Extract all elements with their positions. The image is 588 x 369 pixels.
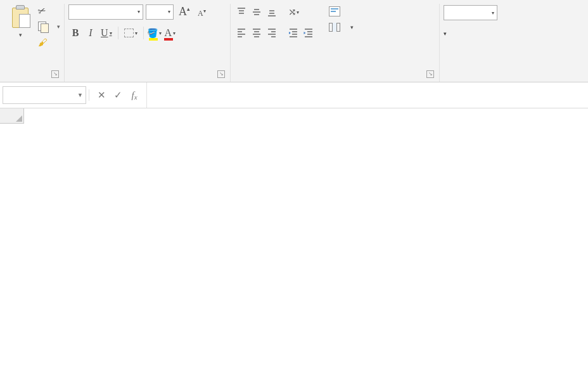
align-middle-button[interactable] bbox=[250, 5, 264, 19]
cut-button[interactable]: ✂ bbox=[38, 5, 60, 16]
wrap-text-icon bbox=[329, 6, 340, 16]
borders-button[interactable] bbox=[122, 26, 139, 40]
formula-bar[interactable] bbox=[146, 82, 588, 108]
increase-font-button[interactable]: A▴ bbox=[176, 4, 193, 20]
align-left-button[interactable] bbox=[234, 25, 248, 39]
increase-indent-button[interactable] bbox=[302, 25, 316, 39]
align-right-button[interactable] bbox=[265, 25, 279, 39]
paste-button[interactable]: ▾ bbox=[10, 4, 34, 38]
italic-button[interactable]: I bbox=[84, 26, 98, 40]
cancel-edit-button[interactable]: ✕ bbox=[93, 89, 110, 101]
format-painter-button[interactable]: 🖌 bbox=[38, 37, 60, 48]
group-number: ▾ ▾ bbox=[440, 4, 501, 82]
brush-icon: 🖌 bbox=[38, 37, 48, 48]
wrap-text-button[interactable] bbox=[329, 6, 354, 16]
font-dialog-launcher[interactable]: ↘ bbox=[217, 70, 225, 78]
paste-icon bbox=[10, 5, 30, 29]
group-clipboard: ▾ ✂ ▾ 🖌 ↘ bbox=[6, 4, 65, 82]
copy-button[interactable]: ▾ bbox=[38, 22, 60, 32]
bold-button[interactable]: B bbox=[68, 26, 82, 40]
chevron-down-icon[interactable]: ▾ bbox=[57, 23, 60, 30]
select-all-corner[interactable] bbox=[0, 108, 24, 124]
paste-dropdown-icon[interactable]: ▾ bbox=[19, 32, 22, 38]
svg-marker-30 bbox=[304, 32, 306, 34]
align-top-button[interactable] bbox=[234, 5, 248, 19]
chevron-down-icon[interactable]: ▼ bbox=[77, 92, 83, 98]
chevron-down-icon[interactable]: ▾ bbox=[492, 10, 494, 16]
clipboard-dialog-launcher[interactable]: ↘ bbox=[51, 70, 59, 78]
orientation-button[interactable]: ⤭▾ bbox=[286, 5, 300, 19]
copy-icon bbox=[38, 22, 48, 32]
font-color-button[interactable]: A bbox=[163, 26, 178, 40]
formula-bar-row: ▼ ✕ ✓ fx bbox=[0, 82, 588, 108]
chevron-down-icon[interactable]: ▾ bbox=[350, 24, 354, 30]
chevron-down-icon[interactable]: ▾ bbox=[168, 9, 170, 15]
insert-function-button[interactable]: fx bbox=[126, 90, 143, 101]
align-center-button[interactable] bbox=[250, 25, 264, 39]
name-box[interactable]: ▼ bbox=[3, 86, 86, 104]
align-bottom-button[interactable] bbox=[265, 5, 279, 19]
decrease-indent-button[interactable] bbox=[286, 25, 300, 39]
merge-icon bbox=[329, 23, 340, 32]
font-size-combo[interactable]: ▾ bbox=[146, 4, 174, 20]
ribbon: ▾ ✂ ▾ 🖌 ↘ bbox=[0, 0, 588, 82]
fill-color-button[interactable]: 🪣 bbox=[148, 26, 162, 40]
merge-center-button[interactable]: ▾ bbox=[329, 23, 354, 32]
group-font: ▾ ▾ A▴ A▾ B I U 🪣 A bbox=[65, 4, 231, 82]
fill-bucket-icon: 🪣 bbox=[147, 28, 158, 39]
decrease-font-button[interactable]: A▾ bbox=[195, 7, 208, 20]
scissors-icon: ✂ bbox=[36, 4, 48, 17]
group-alignment: ⤭▾ ▾ bbox=[231, 4, 440, 82]
border-icon bbox=[124, 29, 134, 37]
underline-button[interactable]: U bbox=[99, 26, 114, 40]
currency-button[interactable]: ▾ bbox=[444, 27, 447, 38]
alignment-dialog-launcher[interactable]: ↘ bbox=[426, 70, 434, 78]
font-name-combo[interactable]: ▾ bbox=[68, 4, 143, 20]
chevron-down-icon[interactable]: ▾ bbox=[137, 9, 140, 15]
svg-marker-25 bbox=[289, 32, 291, 34]
confirm-edit-button[interactable]: ✓ bbox=[110, 89, 126, 101]
number-format-combo[interactable]: ▾ bbox=[444, 5, 497, 20]
